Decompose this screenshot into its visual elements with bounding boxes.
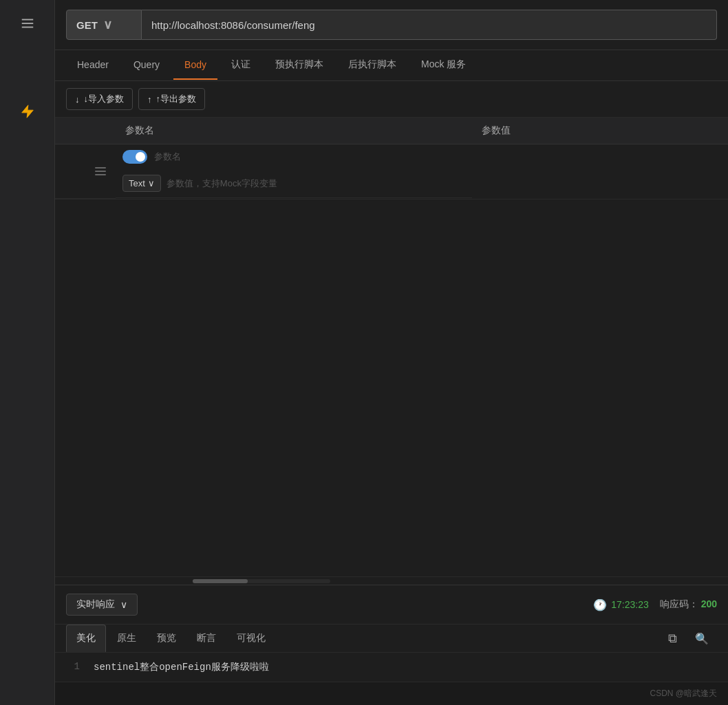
- tab-query[interactable]: Query: [122, 51, 171, 80]
- tab-auth[interactable]: 认证: [220, 50, 261, 80]
- tab-body[interactable]: Body: [173, 51, 217, 80]
- response-mode-button[interactable]: 实时响应 ∨: [66, 594, 138, 616]
- param-table: 参数名 参数值: [55, 118, 728, 199]
- col-drag: [85, 118, 116, 144]
- body-toolbar: ↓ ↓导入参数 ↑ ↑导出参数: [55, 81, 728, 118]
- import-icon: ↓: [75, 94, 80, 105]
- param-table-container: 参数名 参数值: [55, 118, 728, 199]
- horizontal-scrollbar[interactable]: [55, 576, 728, 585]
- response-meta: 🕐 17:23:23 响应码： 200: [593, 598, 717, 611]
- request-tabs: Header Query Body 认证 预执行脚本 后执行脚本 Mock 服务: [55, 50, 728, 81]
- response-section: 实时响应 ∨ 🕐 17:23:23 响应码： 200 美化 原生 预览 断言 可…: [55, 585, 728, 682]
- method-chevron-icon: ∨: [103, 17, 112, 32]
- main-content: GET ∨ Header Query Body 认证 预执行脚本 后执行脚本 M…: [55, 0, 728, 705]
- import-label: ↓导入参数: [84, 93, 125, 105]
- type-label: Text: [129, 178, 145, 188]
- drag-handle[interactable]: [92, 164, 109, 178]
- empty-body-area: [55, 199, 728, 577]
- resp-tab-preview[interactable]: 预览: [147, 625, 186, 651]
- scrollbar-thumb[interactable]: [193, 579, 248, 583]
- row-name-cell: 参数名: [116, 144, 472, 169]
- time-value: 17:23:23: [611, 599, 649, 610]
- svg-marker-3: [21, 105, 33, 118]
- method-dropdown[interactable]: GET ∨: [66, 10, 142, 40]
- resp-tab-raw[interactable]: 原生: [107, 625, 146, 651]
- export-icon: ↑: [147, 94, 152, 105]
- copy-icon[interactable]: ⧉: [660, 626, 685, 651]
- param-toggle[interactable]: [122, 150, 147, 164]
- row-check-cell: [55, 144, 85, 199]
- import-params-button[interactable]: ↓ ↓导入参数: [66, 88, 133, 110]
- tab-header[interactable]: Header: [66, 51, 120, 80]
- tab-mock[interactable]: Mock 服务: [410, 50, 477, 80]
- row-value-cell: Text ∨ 参数值，支持Mock字段变量: [116, 169, 472, 198]
- type-dropdown[interactable]: Text ∨: [122, 175, 161, 192]
- clock-icon: 🕐: [593, 598, 607, 611]
- export-params-button[interactable]: ↑ ↑导出参数: [138, 88, 205, 110]
- footer-text: CSDN @暗武逢天: [650, 688, 717, 698]
- scrollbar-track: [193, 579, 330, 583]
- row-drag-cell: [85, 144, 116, 199]
- code-text: sentinel整合openFeign服务降级啦啦: [94, 661, 269, 673]
- lightning-icon-btn[interactable]: [14, 98, 41, 125]
- tab-pre-script[interactable]: 预执行脚本: [264, 50, 334, 80]
- param-value-input[interactable]: 参数值，支持Mock字段变量: [167, 177, 277, 190]
- response-code-container: 响应码： 200: [660, 598, 717, 611]
- resp-tab-assert[interactable]: 断言: [187, 625, 226, 651]
- response-code-value: 200: [701, 598, 717, 609]
- search-icon[interactable]: 🔍: [687, 627, 717, 651]
- response-header: 实时响应 ∨ 🕐 17:23:23 响应码： 200: [55, 585, 728, 625]
- table-row: 参数名 Text ∨ 参数值，支持Mock字段变量: [55, 144, 728, 199]
- response-mode-label: 实时响应: [76, 598, 115, 611]
- method-label: GET: [76, 19, 98, 31]
- response-mode-chevron-icon: ∨: [120, 599, 127, 610]
- col-param-value: 参数值: [472, 118, 728, 144]
- col-check: [55, 118, 85, 144]
- sidebar: [0, 0, 55, 705]
- col-param-name: 参数名: [116, 118, 472, 144]
- tab-post-script[interactable]: 后执行脚本: [337, 50, 407, 80]
- line-number: 1: [66, 661, 80, 673]
- type-chevron-icon: ∨: [148, 178, 155, 188]
- url-bar: GET ∨: [55, 0, 728, 50]
- response-time: 🕐 17:23:23: [593, 598, 649, 611]
- response-code-area: 1 sentinel整合openFeign服务降级啦啦: [55, 653, 728, 682]
- menu-icon-btn[interactable]: [14, 10, 41, 37]
- footer: CSDN @暗武逢天: [55, 682, 728, 705]
- response-code-label: 响应码：: [660, 598, 698, 609]
- resp-tab-beautify[interactable]: 美化: [66, 625, 106, 652]
- resp-tab-visualize[interactable]: 可视化: [227, 625, 275, 651]
- url-input[interactable]: [142, 10, 717, 40]
- param-name-input[interactable]: 参数名: [154, 151, 181, 163]
- export-label: ↑导出参数: [156, 93, 197, 105]
- code-line-1: 1 sentinel整合openFeign服务降级啦啦: [66, 661, 717, 673]
- response-tabs: 美化 原生 预览 断言 可视化 ⧉ 🔍: [55, 625, 728, 653]
